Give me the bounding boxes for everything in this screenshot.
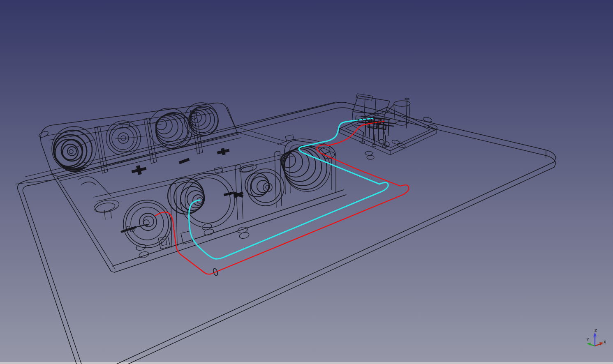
z-axis-label: Z bbox=[594, 329, 597, 333]
y-axis-label: Y bbox=[586, 338, 589, 342]
x-axis-label: X bbox=[604, 340, 606, 344]
3d-viewport[interactable]: X Y Z bbox=[0, 0, 613, 364]
viewport-background bbox=[0, 0, 613, 364]
viewport-bottom-strip bbox=[0, 362, 613, 364]
cad-3d-viewport-stage: X Y Z bbox=[0, 0, 613, 364]
